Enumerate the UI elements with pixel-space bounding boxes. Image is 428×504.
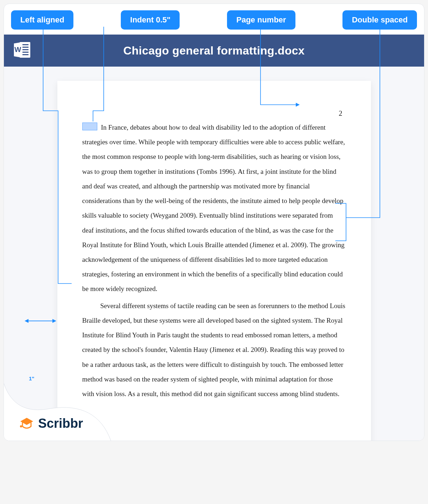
page-canvas: 2 In France, debates about how to deal w… bbox=[4, 67, 424, 441]
word-icon: W bbox=[12, 40, 32, 61]
label-left-aligned: Left aligned bbox=[11, 10, 73, 30]
document-page: 2 In France, debates about how to deal w… bbox=[57, 81, 371, 441]
paragraph-2: Several different systems of tactile rea… bbox=[82, 298, 346, 401]
paragraph-2-text: Several different systems of tactile rea… bbox=[82, 302, 345, 398]
body-text: In France, debates about how to deal wit… bbox=[82, 120, 346, 401]
page-number: 2 bbox=[339, 106, 342, 121]
indent-highlight bbox=[82, 123, 97, 130]
card: Left aligned Indent 0.5" Page number Dou… bbox=[4, 4, 424, 441]
svg-point-7 bbox=[20, 425, 22, 427]
document-title: Chicago general formatting.docx bbox=[123, 44, 305, 57]
word-titlebar: W Chicago general formatting.docx bbox=[4, 35, 424, 67]
paragraph-1-text: In France, debates about how to deal wit… bbox=[82, 124, 345, 292]
margin-label: 1" bbox=[29, 375, 34, 381]
svg-text:W: W bbox=[15, 46, 21, 53]
label-indent: Indent 0.5" bbox=[121, 10, 180, 30]
label-double-spaced: Double spaced bbox=[342, 10, 417, 30]
paragraph-1: In France, debates about how to deal wit… bbox=[82, 120, 346, 296]
label-page-number: Page number bbox=[227, 10, 295, 30]
label-row: Left aligned Indent 0.5" Page number Dou… bbox=[4, 4, 424, 35]
graduation-cap-icon bbox=[19, 416, 35, 431]
